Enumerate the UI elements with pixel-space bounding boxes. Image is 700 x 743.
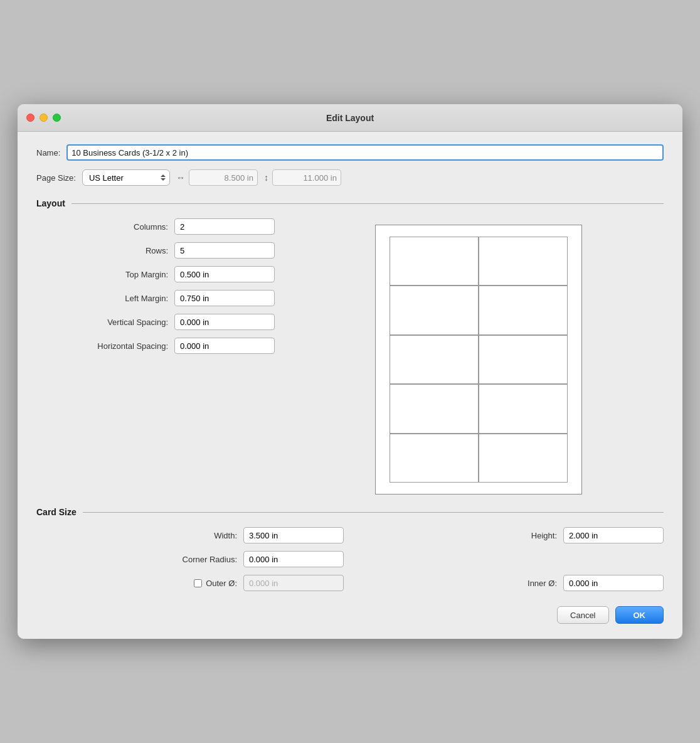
- card-height-group: Height:: [356, 527, 664, 543]
- preview-cell-8: [479, 384, 568, 433]
- pagesize-label: Page Size:: [36, 173, 76, 183]
- preview-cell-2: [479, 237, 568, 286]
- left-margin-row: Left Margin:: [36, 290, 275, 306]
- layout-section-header: Layout: [36, 198, 664, 208]
- rows-row: Rows:: [36, 242, 275, 259]
- titlebar: Edit Layout: [18, 104, 682, 132]
- width-icon: ↔: [176, 173, 185, 183]
- preview-cell-4: [479, 286, 568, 334]
- card-width-group: Width:: [36, 527, 344, 543]
- card-width-input[interactable]: [243, 527, 344, 543]
- preview-cell-3: [390, 286, 479, 334]
- maximize-button[interactable]: [53, 114, 61, 122]
- diameter-row: Outer Ø: Inner Ø:: [36, 575, 664, 591]
- corner-radius-group: Corner Radius:: [36, 551, 344, 567]
- inner-diameter-group: Inner Ø:: [356, 575, 664, 591]
- name-input[interactable]: [66, 144, 664, 161]
- page-width-input: [189, 169, 258, 186]
- dialog-content: Name: Page Size: US Letter ↔: [18, 132, 682, 639]
- top-margin-input[interactable]: [174, 266, 275, 282]
- layout-section-divider: [72, 203, 664, 204]
- inner-diameter-input[interactable]: [563, 575, 664, 591]
- height-icon: ↕: [264, 173, 268, 183]
- layout-fields: Columns: Rows: Top Margin: Left Margin:: [36, 218, 275, 494]
- layout-preview: [294, 218, 664, 494]
- card-size-section-header: Card Size: [36, 507, 664, 517]
- outer-diameter-input: [243, 575, 344, 591]
- top-margin-label: Top Margin:: [125, 270, 168, 279]
- minimize-button[interactable]: [40, 114, 48, 122]
- preview-cell-9: [390, 434, 479, 483]
- outer-diameter-group: Outer Ø:: [36, 575, 344, 591]
- outer-diameter-checkbox[interactable]: [194, 579, 202, 587]
- corner-radius-row: Corner Radius:: [36, 551, 664, 567]
- horizontal-spacing-label: Horizontal Spacing:: [97, 341, 168, 351]
- card-width-label: Width:: [214, 531, 237, 540]
- window-title: Edit Layout: [326, 113, 374, 123]
- card-height-label: Height:: [531, 531, 557, 540]
- card-size-section: Card Size Width: Height: Corner Radius:: [36, 507, 664, 591]
- corner-radius-input[interactable]: [243, 551, 344, 567]
- name-label: Name:: [36, 148, 60, 158]
- ok-button[interactable]: OK: [615, 606, 664, 624]
- vertical-spacing-label: Vertical Spacing:: [107, 318, 168, 327]
- preview-cell-5: [390, 335, 479, 384]
- left-margin-label: Left Margin:: [125, 294, 168, 303]
- card-width-height-row: Width: Height:: [36, 527, 664, 543]
- vertical-spacing-input[interactable]: [174, 314, 275, 330]
- corner-radius-label: Corner Radius:: [183, 555, 237, 564]
- button-row: Cancel OK: [36, 606, 664, 624]
- pagesize-row: Page Size: US Letter ↔ ↕: [36, 169, 664, 186]
- outer-diameter-label: Outer Ø:: [206, 579, 237, 588]
- inner-diameter-label: Inner Ø:: [528, 579, 557, 588]
- height-dimension-group: ↕: [264, 169, 341, 186]
- layout-body: Columns: Rows: Top Margin: Left Margin:: [36, 218, 664, 494]
- card-size-label: Card Size: [36, 507, 77, 517]
- left-margin-input[interactable]: [174, 290, 275, 306]
- cancel-button[interactable]: Cancel: [557, 606, 608, 624]
- horizontal-spacing-input[interactable]: [174, 338, 275, 354]
- columns-input[interactable]: [174, 218, 275, 235]
- pagesize-select[interactable]: US Letter: [82, 169, 170, 186]
- columns-row: Columns:: [36, 218, 275, 235]
- preview-cell-6: [479, 335, 568, 384]
- traffic-lights: [26, 114, 61, 122]
- card-size-section-divider: [83, 512, 664, 513]
- close-button[interactable]: [26, 114, 34, 122]
- preview-cell-10: [479, 434, 568, 483]
- name-row: Name:: [36, 144, 664, 161]
- page-height-input: [272, 169, 341, 186]
- layout-section-label: Layout: [36, 198, 65, 208]
- preview-cell-1: [390, 237, 479, 286]
- layout-section: Layout Columns: Rows: Top Margin:: [36, 198, 664, 494]
- card-height-input[interactable]: [563, 527, 664, 543]
- width-dimension-group: ↔: [176, 169, 258, 186]
- columns-label: Columns:: [134, 222, 168, 232]
- vertical-spacing-row: Vertical Spacing:: [36, 314, 275, 330]
- preview-cell-7: [390, 384, 479, 433]
- edit-layout-window: Edit Layout Name: Page Size: US Letter: [18, 104, 682, 639]
- page-preview: [375, 225, 582, 494]
- pagesize-select-wrapper: US Letter: [82, 169, 170, 186]
- top-margin-row: Top Margin:: [36, 266, 275, 282]
- rows-input[interactable]: [174, 242, 275, 259]
- horizontal-spacing-row: Horizontal Spacing:: [36, 338, 275, 354]
- rows-label: Rows:: [146, 246, 168, 255]
